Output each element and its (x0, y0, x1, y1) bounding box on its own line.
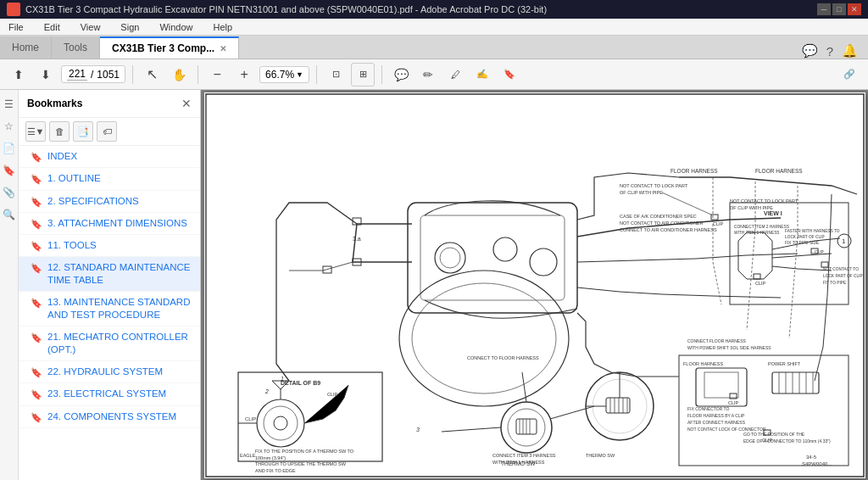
svg-text:3.a: 3.a (353, 236, 361, 242)
menu-window[interactable]: Window (156, 20, 196, 34)
bookmark-tools[interactable]: 🔖 11. TOOLS (19, 235, 200, 257)
menu-edit[interactable]: Edit (41, 20, 64, 34)
tab-home[interactable]: Home (0, 36, 52, 59)
svg-text:CLIP: CLIP (713, 221, 724, 226)
svg-text:CONNECT TO AIR CONDITIONER HAR: CONNECT TO AIR CONDITIONER HARNESS (620, 227, 717, 232)
left-panel-icons: ☰ ☆ 📄 🔖 📎 🔍 (0, 90, 19, 480)
bookmark-specifications[interactable]: 🔖 2. SPECIFICATIONS (19, 191, 200, 213)
app-icon (7, 3, 20, 16)
minimize-button[interactable]: ─ (817, 3, 831, 15)
bookmark-icon: 🔖 (31, 411, 42, 423)
zoom-in-button[interactable]: + (232, 63, 256, 87)
bookmark-delete-button[interactable]: 🗑 (49, 121, 70, 142)
bookmark-components[interactable]: 🔖 24. COMPONENTS SYSTEM (19, 406, 200, 428)
menu-help[interactable]: Help (210, 20, 236, 34)
zoom-level-box[interactable]: 66.7% ▼ (259, 66, 309, 83)
svg-text:CLIP: CLIP (762, 438, 773, 443)
svg-text:CONNECT ITEM 2 HARNESS: CONNECT ITEM 2 HARNESS (734, 225, 789, 229)
zoom-out-button[interactable]: − (205, 63, 229, 87)
fit-page-button[interactable]: ⊡ (324, 63, 348, 87)
panel-icon-attach[interactable]: 📎 (2, 185, 17, 200)
sign-tool-button[interactable]: ✍ (470, 63, 494, 87)
svg-text:WITH POWER SHIFT SOL SIDE HARN: WITH POWER SHIFT SOL SIDE HARNESS (687, 345, 771, 350)
tab-document[interactable]: CX31B Tier 3 Comp... ✕ (100, 36, 239, 59)
current-page[interactable]: 221 (67, 68, 87, 81)
svg-text:CONNECT TO FLOOR HARNESS: CONNECT TO FLOOR HARNESS (467, 355, 539, 360)
close-button[interactable]: ✕ (848, 3, 861, 15)
bookmark-icon: 🔖 (31, 297, 42, 309)
svg-text:1: 1 (281, 376, 284, 382)
svg-text:S4PW0040...: S4PW0040... (802, 461, 832, 466)
comment-icon[interactable]: 💬 (802, 43, 818, 59)
menu-sign[interactable]: Sign (117, 20, 142, 34)
toolbar: ⬆ ⬇ 221 / 1051 ↖ ✋ − + 66.7% ▼ ⊡ ⊞ 💬 ✏ 🖊… (0, 59, 868, 90)
svg-text:CONNECT ITEM 3 HARNESS: CONNECT ITEM 3 HARNESS (492, 453, 556, 458)
svg-text:EDGE OF A CONNECTOR TO 110mm (: EDGE OF A CONNECTOR TO 110mm (4.33") (743, 438, 831, 444)
svg-text:FLOOR HARNESS: FLOOR HARNESS (683, 361, 723, 366)
select-tool-button[interactable]: ↖ (140, 63, 164, 87)
bell-icon[interactable]: 🔔 (842, 43, 858, 59)
panel-icon-bookmark[interactable]: ☆ (2, 119, 17, 134)
panel-icon-bookmark2[interactable]: 🔖 (2, 163, 17, 178)
bookmark-outline[interactable]: 🔖 1. OUTLINE (19, 168, 200, 190)
bookmark-mechatro[interactable]: 🔖 21. MECHATRO CONTROLLER (OPT.) (19, 327, 200, 361)
bookmark-icon: 🔖 (31, 151, 42, 163)
bookmark-icon: 🔖 (31, 262, 42, 274)
svg-text:THROUGH TO UPSIDE THE THERMO S: THROUGH TO UPSIDE THE THERMO SW (255, 461, 347, 466)
sidebar: Bookmarks ✕ ☰▼ 🗑 📑 🏷 🔖 INDEX 🔖 1. OUTLIN… (19, 90, 201, 480)
bookmark-add-button[interactable]: 📑 (73, 121, 93, 142)
help-icon[interactable]: ? (826, 44, 833, 59)
maximize-button[interactable]: □ (832, 3, 846, 15)
highlight-tool-button[interactable]: 🖊 (443, 63, 467, 87)
bookmark-menu-button[interactable]: ☰▼ (25, 121, 46, 142)
bookmark-hydraulic[interactable]: 🔖 22. HYDRAULIC SYSTEM (19, 361, 200, 383)
bookmark-maintenance-standard[interactable]: 🔖 13. MAINTENANCE STANDARD AND TEST PROC… (19, 292, 200, 327)
bookmark-tag-button[interactable]: 🏷 (97, 121, 117, 142)
bookmark-index[interactable]: 🔖 INDEX (19, 146, 200, 168)
panel-icon-page[interactable]: 📄 (2, 141, 17, 156)
bookmark-icon: 🔖 (31, 366, 42, 378)
panel-icon-hand[interactable]: ☰ (2, 97, 17, 112)
svg-text:GO TO THE POSITION OF THE: GO TO THE POSITION OF THE (743, 432, 805, 437)
zoom-dropdown-icon[interactable]: ▼ (296, 70, 303, 79)
svg-text:CLIP: CLIP (755, 281, 766, 286)
svg-text:WITH ITEM 1 HARNESS: WITH ITEM 1 HARNESS (734, 231, 780, 235)
svg-text:34-5: 34-5 (806, 455, 817, 460)
sidebar-close-button[interactable]: ✕ (181, 97, 192, 110)
bookmark-attachment[interactable]: 🔖 3. ATTACHMENT DIMENSIONS (19, 213, 200, 235)
svg-text:LOCK PART OF CLIP: LOCK PART OF CLIP (785, 235, 825, 239)
prev-page-button[interactable]: ⬆ (7, 63, 31, 87)
comment-tool-button[interactable]: 💬 (389, 63, 413, 87)
svg-text:CONNECT FLOOR HARNESS: CONNECT FLOOR HARNESS (687, 338, 746, 343)
bookmark-list: 🔖 INDEX 🔖 1. OUTLINE 🔖 2. SPECIFICATIONS… (19, 146, 200, 480)
bookmark-icon: 🔖 (31, 332, 42, 343)
bookmark-electrical[interactable]: 🔖 23. ELECTRICAL SYSTEM (19, 383, 200, 405)
menu-file[interactable]: File (5, 20, 27, 34)
svg-text:VIEW I: VIEW I (764, 210, 782, 216)
bookmark-maintenance-table[interactable]: 🔖 12. STANDARD MAINTENANCE TIME TABLE (19, 257, 200, 292)
pdf-viewer[interactable]: NAME PART NUMBER Q'TY HARNESS PX11E01125… (201, 90, 868, 480)
svg-text:FASTER WITH HARNESS TO: FASTER WITH HARNESS TO (785, 229, 840, 233)
svg-text:AFTER CONNECT HARNESS: AFTER CONNECT HARNESS (687, 420, 746, 425)
svg-text:POWER SHIFT: POWER SHIFT (768, 361, 801, 366)
svg-text:FIT TO PIPE: FIT TO PIPE (823, 281, 846, 285)
svg-text:NOT CONTACT TO LOCK PART: NOT CONTACT TO LOCK PART (620, 183, 688, 188)
tab-tools[interactable]: Tools (52, 36, 100, 59)
separator-4 (381, 65, 382, 84)
more-tools-button[interactable]: 🔗 (837, 63, 861, 87)
pencil-tool-button[interactable]: ✏ (416, 63, 440, 87)
stamp-tool-button[interactable]: 🔖 (498, 63, 521, 87)
next-page-button[interactable]: ⬇ (34, 63, 58, 87)
menu-view[interactable]: View (77, 20, 104, 34)
fit-width-button[interactable]: ⊞ (351, 63, 375, 87)
title-bar: CX31B Tier 3 Compact Hydraulic Excavator… (0, 0, 868, 19)
pdf-page: NAME PART NUMBER Q'TY HARNESS PX11E01125… (204, 92, 865, 478)
svg-text:CASE OF A/K CONDITIONER SPEC: CASE OF A/K CONDITIONER SPEC (620, 214, 697, 219)
hand-tool-button[interactable]: ✋ (167, 63, 191, 87)
main-content: ☰ ☆ 📄 🔖 📎 🔍 Bookmarks ✕ ☰▼ 🗑 📑 🏷 🔖 INDEX… (0, 90, 868, 480)
panel-icon-search[interactable]: 🔍 (2, 207, 17, 222)
svg-rect-100 (606, 398, 630, 413)
bookmark-icon: 🔖 (31, 173, 42, 185)
tab-close-icon[interactable]: ✕ (220, 44, 226, 53)
svg-text:THERMO SW: THERMO SW (586, 453, 615, 458)
